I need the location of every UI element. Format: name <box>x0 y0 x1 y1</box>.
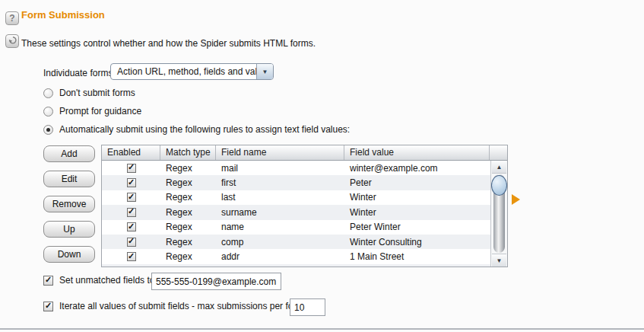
page-title: Form Submission <box>21 9 105 21</box>
table-row[interactable]: ✓ Regex comp Winter Consulting <box>102 235 490 249</box>
edit-button[interactable]: Edit <box>43 171 95 187</box>
cell-match-type: Regex <box>160 251 216 262</box>
table-row[interactable]: ✓ Regex mail winter@example.com <box>102 161 490 175</box>
arrow-up-icon: ▲ <box>496 164 503 171</box>
cell-field-name: first <box>216 177 344 188</box>
check-icon: ✓ <box>128 164 135 172</box>
enabled-checkbox[interactable]: ✓ <box>127 193 136 202</box>
check-icon: ✓ <box>128 267 135 267</box>
max-submissions-input[interactable] <box>290 298 325 316</box>
table-row[interactable]: ✓ Regex last Winter <box>102 190 490 205</box>
cell-match-type: Regex <box>160 222 216 232</box>
individuate-dropdown[interactable]: Action URL, method, fields and values ▼ <box>110 63 274 80</box>
cell-match-type: Regex <box>160 177 216 188</box>
table-row[interactable]: ✓ Regex surname Winter <box>102 205 490 219</box>
unmatched-fields-input[interactable] <box>151 273 281 290</box>
table-row[interactable]: ✓ Regex first Peter <box>102 175 490 190</box>
iterate-values-row: ✓ Iterate all values of submit fields - … <box>43 300 306 312</box>
dropdown-selected-value: Action URL, method, fields and values <box>111 66 256 77</box>
enabled-checkbox[interactable]: ✓ <box>127 252 136 261</box>
unmatched-fields-row: ✓ Set unmatched fields to: <box>43 274 157 286</box>
cell-field-value: Winter <box>344 207 490 218</box>
radio-button-selected[interactable] <box>43 125 53 135</box>
cell-field-name: last <box>216 192 344 203</box>
cell-field-name: cit <box>216 266 344 267</box>
page-description: These settings control whether and how t… <box>21 38 316 49</box>
check-icon: ✓ <box>45 276 52 284</box>
check-icon: ✓ <box>128 193 135 201</box>
up-button[interactable]: Up <box>43 221 95 238</box>
add-button[interactable]: Add <box>43 145 95 162</box>
table-row[interactable]: ✓ Regex name Peter Winter <box>102 220 490 235</box>
cell-field-value: Peter <box>344 177 490 188</box>
radio-dont-submit-forms[interactable]: Don't submit forms <box>43 87 135 99</box>
cell-field-name: mail <box>216 163 344 174</box>
cell-field-name: surname <box>216 207 344 218</box>
cell-match-type: Regex <box>160 192 216 203</box>
enabled-checkbox[interactable]: ✓ <box>127 238 136 247</box>
unmatched-fields-label: Set unmatched fields to: <box>59 275 157 286</box>
enabled-checkbox[interactable]: ✓ <box>127 222 136 231</box>
rules-table: Enabled Match type Field name Field valu… <box>101 145 508 267</box>
more-content-indicator-icon <box>512 194 520 205</box>
form-submission-panel: ? Form Submission These settings control… <box>0 0 644 332</box>
cell-field-value: Winter Consulting <box>344 237 490 247</box>
restore-defaults-button[interactable] <box>5 34 19 48</box>
column-header-field-value: Field value <box>344 145 490 160</box>
enabled-checkbox[interactable]: ✓ <box>127 267 136 267</box>
table-body: ✓ Regex mail winter@example.com ✓ Regex … <box>102 161 490 267</box>
cell-match-type: Regex <box>160 266 216 267</box>
radio-button[interactable] <box>43 107 53 117</box>
iterate-values-checkbox[interactable]: ✓ <box>43 302 53 311</box>
cell-field-value: 1 Main Street <box>344 251 490 262</box>
radio-automatically-submit[interactable]: Automatically submit using the following… <box>43 123 350 136</box>
cell-field-value: Winter <box>344 192 490 203</box>
cell-match-type: Regex <box>160 237 216 247</box>
radio-label: Don't submit forms <box>59 88 135 98</box>
enabled-checkbox[interactable]: ✓ <box>127 178 136 187</box>
chevron-down-icon[interactable]: ▼ <box>256 64 273 79</box>
column-header-field-name: Field name <box>216 145 344 160</box>
radio-label: Automatically submit using the following… <box>59 124 350 135</box>
cell-field-name: name <box>216 222 344 232</box>
bottom-divider <box>0 328 644 330</box>
cell-field-value: winter@example.com <box>344 163 490 174</box>
help-button[interactable]: ? <box>5 11 19 25</box>
check-icon: ✓ <box>128 208 135 216</box>
column-header-match-type: Match type <box>160 145 216 160</box>
cell-field-name: comp <box>216 237 344 247</box>
remove-button[interactable]: Remove <box>43 196 95 212</box>
table-header: Enabled Match type Field name Field valu… <box>102 145 507 161</box>
iterate-values-label: Iterate all values of submit fields - ma… <box>59 301 306 311</box>
table-row-clipped[interactable]: ✓ Regex cit Winterville <box>102 264 490 267</box>
cell-field-value: Peter Winter <box>344 222 490 232</box>
table-row[interactable]: ✓ Regex addr 1 Main Street <box>102 249 490 263</box>
check-icon: ✓ <box>128 178 135 187</box>
vertical-scrollbar[interactable]: ▲ ▼ <box>490 161 507 267</box>
table-header-corner <box>490 145 507 160</box>
radio-button[interactable] <box>43 88 53 98</box>
restore-icon <box>8 35 17 47</box>
radio-prompt-for-guidance[interactable]: Prompt for guidance <box>43 105 141 117</box>
enabled-checkbox[interactable]: ✓ <box>127 164 136 173</box>
check-icon: ✓ <box>45 302 52 310</box>
check-icon: ✓ <box>128 238 135 246</box>
unmatched-fields-checkbox[interactable]: ✓ <box>43 276 53 286</box>
radio-label: Prompt for guidance <box>59 106 141 117</box>
scroll-down-button[interactable]: ▼ <box>492 254 506 267</box>
down-button[interactable]: Down <box>43 246 95 263</box>
cell-match-type: Regex <box>160 207 216 218</box>
enabled-checkbox[interactable]: ✓ <box>127 208 136 217</box>
cell-field-name: addr <box>216 251 344 262</box>
check-icon: ✓ <box>128 222 135 231</box>
cell-field-value: Winterville <box>344 266 490 267</box>
check-icon: ✓ <box>128 252 135 260</box>
column-header-enabled: Enabled <box>102 145 160 160</box>
question-mark-icon: ? <box>9 13 14 24</box>
scroll-thumb[interactable] <box>491 175 507 196</box>
arrow-down-icon: ▼ <box>496 257 503 264</box>
scroll-up-button[interactable]: ▲ <box>492 161 506 174</box>
cell-match-type: Regex <box>160 163 216 174</box>
